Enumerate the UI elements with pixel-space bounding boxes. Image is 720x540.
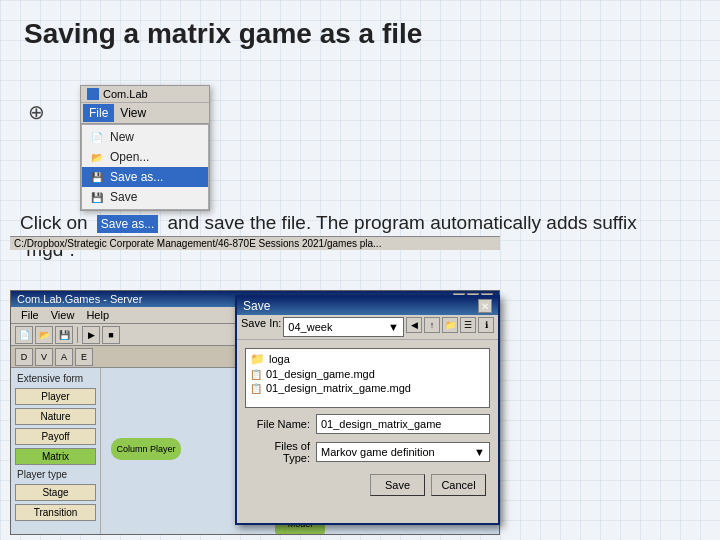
- dialog-title-bar: Save ✕: [237, 297, 498, 315]
- stage-btn[interactable]: Stage: [15, 484, 96, 501]
- filename-label: File Name:: [245, 418, 310, 430]
- menu-new[interactable]: 📄 New: [82, 127, 208, 147]
- status-text: C:/Dropbox/Strategic Corporate Managemen…: [14, 238, 381, 249]
- cancel-button[interactable]: Cancel: [431, 474, 486, 496]
- file-item-2: 📋 01_design_matrix_game.mgd: [248, 381, 487, 395]
- transition-btn[interactable]: Transition: [15, 504, 96, 521]
- save-icon: 💾: [90, 190, 104, 204]
- slide-title: Saving a matrix game as a file: [24, 18, 696, 50]
- filetype-value: Markov game definition: [321, 446, 435, 458]
- folder-name: loga: [269, 353, 290, 365]
- body-text-prefix: Click on: [20, 212, 88, 233]
- dialog-close-btn[interactable]: ✕: [478, 299, 492, 313]
- toolbar-btn-7[interactable]: V: [35, 348, 53, 366]
- menu-save-as-label: Save as...: [110, 170, 163, 184]
- app-sidebar: Extensive form Player Nature Payoff Matr…: [11, 368, 101, 535]
- filetype-row: Files of Type: Markov game definition ▼: [245, 440, 490, 464]
- dialog-title: Save: [243, 299, 270, 313]
- payoff-btn[interactable]: Payoff: [15, 428, 96, 445]
- save-as-icon: 💾: [90, 170, 104, 184]
- filename-2: 01_design_matrix_game.mgd: [266, 382, 411, 394]
- sidebar-label-extensive: Extensive form: [15, 372, 96, 385]
- file-list: 📁 loga 📋 01_design_game.mgd 📋 01_design_…: [245, 348, 490, 408]
- player-type-label: Player type: [15, 468, 96, 481]
- save-dialog: Save ✕ Save In: 04_week ▼ ◀ ↑ 📁 ☰ ℹ 📁 lo…: [235, 295, 500, 525]
- dialog-buttons: Save Cancel: [245, 474, 490, 496]
- save-in-value: 04_week: [288, 321, 332, 333]
- nature-btn[interactable]: Nature: [15, 408, 96, 425]
- dialog-toolbar: Save In: 04_week ▼ ◀ ↑ 📁 ☰ ℹ: [237, 315, 498, 340]
- toolbar-btn-9[interactable]: E: [75, 348, 93, 366]
- status-bar: C:/Dropbox/Strategic Corporate Managemen…: [10, 236, 500, 250]
- filename-row: File Name:: [245, 414, 490, 434]
- dialog-body: 📁 loga 📋 01_design_game.mgd 📋 01_design_…: [237, 340, 498, 504]
- file-icon-2: 📋: [250, 383, 262, 394]
- view-menu-item[interactable]: View: [114, 104, 152, 122]
- app-title: Com.Lab.Games - Server: [17, 293, 142, 305]
- menu-area: Com.Lab File View 📄 New 📂 Open... 💾 Save…: [80, 85, 210, 211]
- toolbar-btn-3[interactable]: 💾: [55, 326, 73, 344]
- menu-new-label: New: [110, 130, 134, 144]
- file-icon-1: 📋: [250, 369, 262, 380]
- filetype-label: Files of Type:: [245, 440, 310, 464]
- toolbar-btn-6[interactable]: D: [15, 348, 33, 366]
- app-view-menu[interactable]: View: [45, 308, 81, 322]
- filename-input[interactable]: [316, 414, 490, 434]
- folder-item: 📁 loga: [248, 351, 487, 367]
- menu-open-label: Open...: [110, 150, 149, 164]
- file-item-1: 📋 01_design_game.mgd: [248, 367, 487, 381]
- crosshair-indicator: ⊕: [28, 100, 45, 124]
- filetype-dropdown-icon: ▼: [474, 446, 485, 458]
- player-btn[interactable]: Player: [15, 388, 96, 405]
- app-file-menu[interactable]: File: [15, 308, 45, 322]
- dialog-tb-up[interactable]: ↑: [424, 317, 440, 333]
- menu-save[interactable]: 💾 Save: [82, 187, 208, 207]
- menu-save-label: Save: [110, 190, 137, 204]
- app-help-menu[interactable]: Help: [80, 308, 115, 322]
- toolbar-btn-5[interactable]: ■: [102, 326, 120, 344]
- dropdown-arrow-icon: ▼: [388, 321, 399, 333]
- dialog-tb-view[interactable]: ☰: [460, 317, 476, 333]
- open-icon: 📂: [90, 150, 104, 164]
- folder-icon: 📁: [250, 352, 265, 366]
- highlight-label: Save as...: [97, 215, 158, 234]
- save-in-label: Save In:: [241, 317, 281, 337]
- new-icon: 📄: [90, 130, 104, 144]
- save-in-dropdown[interactable]: 04_week ▼: [283, 317, 404, 337]
- matrix-btn[interactable]: Matrix: [15, 448, 96, 465]
- menu-open[interactable]: 📂 Open...: [82, 147, 208, 167]
- comlab-label: Com.Lab: [103, 88, 148, 100]
- dropdown-menu: 📄 New 📂 Open... 💾 Save as... 💾 Save: [81, 124, 209, 210]
- dialog-tb-new[interactable]: 📁: [442, 317, 458, 333]
- filetype-dropdown[interactable]: Markov game definition ▼: [316, 442, 490, 462]
- menu-save-as[interactable]: 💾 Save as...: [82, 167, 208, 187]
- toolbar-btn-1[interactable]: 📄: [15, 326, 33, 344]
- column-player-btn[interactable]: Column Player: [111, 438, 181, 460]
- filename-1: 01_design_game.mgd: [266, 368, 375, 380]
- dialog-tb-info[interactable]: ℹ: [478, 317, 494, 333]
- dialog-tb-back[interactable]: ◀: [406, 317, 422, 333]
- save-button[interactable]: Save: [370, 474, 425, 496]
- toolbar-btn-8[interactable]: A: [55, 348, 73, 366]
- toolbar-btn-4[interactable]: ▶: [82, 326, 100, 344]
- file-menu-item[interactable]: File: [83, 104, 114, 122]
- slide: Saving a matrix game as a file Com.Lab F…: [0, 0, 720, 540]
- toolbar-btn-2[interactable]: 📂: [35, 326, 53, 344]
- menu-bar: File View: [81, 103, 209, 124]
